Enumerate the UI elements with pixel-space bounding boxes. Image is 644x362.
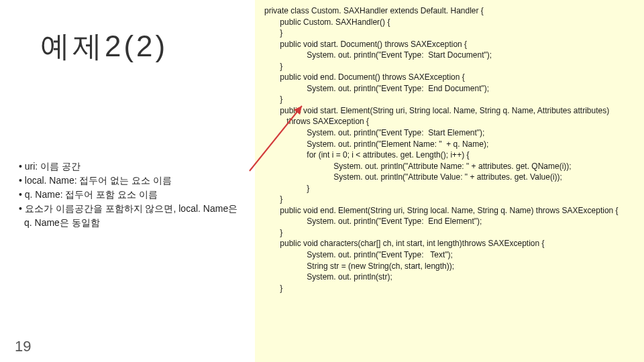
list-item: q. Name: 접두어 포함 요소 이름 (19, 188, 239, 202)
page-number: 19 (15, 338, 31, 355)
bullet-list-container: uri: 이름 공간 local. Name: 접두어 없는 요소 이름 q. … (15, 157, 243, 233)
slide-title: 예제2(2) (40, 27, 168, 66)
list-item: 요소가 이름공간을 포함하지 않으면, local. Name은 q. Name… (19, 202, 239, 230)
bullet-list: uri: 이름 공간 local. Name: 접두어 없는 요소 이름 q. … (19, 160, 239, 230)
list-item: uri: 이름 공간 (19, 160, 239, 174)
list-item: local. Name: 접두어 없는 요소 이름 (19, 174, 239, 188)
code-block: private class Custom. SAXHandler extends… (255, 0, 644, 362)
